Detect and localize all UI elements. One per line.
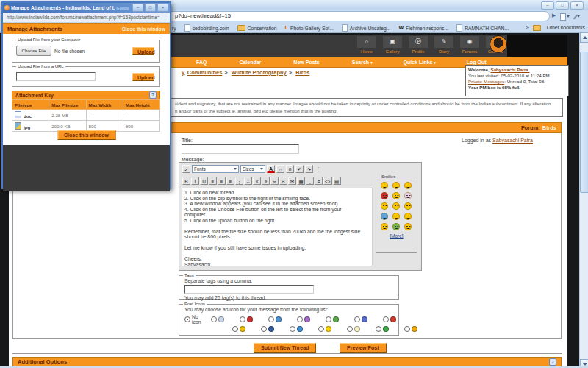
post-icon-radio[interactable]: [326, 316, 331, 322]
bookmark-item[interactable]: Conservation: [237, 25, 277, 31]
post-icon-smile-blue[interactable]: [268, 316, 282, 322]
upload-file-button[interactable]: Upload: [132, 47, 154, 55]
post-icon-radio[interactable]: [376, 326, 381, 332]
popup-titlebar[interactable]: Manage Attachments - Indiawilds: Land of…: [3, 3, 170, 13]
upload-url-input[interactable]: [16, 72, 96, 81]
post-icon-plus-green[interactable]: [376, 326, 389, 332]
smiley-icon[interactable]: [404, 192, 412, 199]
outdent-icon[interactable]: «: [253, 177, 261, 185]
post-icon-radio[interactable]: [211, 316, 217, 322]
message-textarea[interactable]: 1. Click on new thread. 2. Click on the …: [182, 188, 373, 266]
header-forums[interactable]: ◉ Forums: [460, 36, 479, 54]
font-color-icon[interactable]: A: [267, 165, 275, 173]
smiley-icon[interactable]: [392, 202, 400, 210]
breadcrumb-link[interactable]: Birds: [295, 69, 309, 76]
post-icon-radio[interactable]: [383, 316, 389, 322]
post-icon-question-red[interactable]: [240, 316, 253, 322]
html-icon[interactable]: <>: [323, 177, 332, 185]
preview-post-button[interactable]: Preview Post: [340, 343, 387, 353]
close-button[interactable]: ×: [570, 1, 584, 10]
insert-link-icon[interactable]: ∞: [270, 177, 279, 185]
address-url[interactable]: p?do=newthread&f=15: [175, 13, 231, 19]
page-menu-button[interactable]: [559, 12, 570, 21]
post-icon-radio[interactable]: [268, 316, 274, 322]
post-icon-arrow[interactable]: [211, 316, 224, 322]
align-left-icon[interactable]: ≡: [209, 177, 217, 185]
smiley-icon[interactable]: [381, 192, 388, 199]
post-icon-radio[interactable]: [404, 326, 410, 332]
post-icon-radio[interactable]: [290, 326, 295, 332]
smiley-icon[interactable]: [404, 202, 412, 210]
scrollbar-thumb[interactable]: [580, 52, 588, 193]
minimize-button[interactable]: –: [132, 4, 143, 12]
other-bookmarks-button[interactable]: Other bookmarks: [547, 25, 585, 30]
maximize-button[interactable]: □: [145, 4, 156, 12]
post-icon-cross-blue[interactable]: [354, 316, 368, 322]
post-icon-lightbulb[interactable]: [347, 326, 360, 332]
post-icon-radio[interactable]: [240, 316, 245, 322]
close-this-window-button[interactable]: Close this window: [57, 130, 115, 140]
page-scrollbar[interactable]: [579, 32, 588, 368]
post-icon-face-purple[interactable]: [297, 316, 310, 322]
post-icon-radio[interactable]: [354, 316, 360, 322]
insert-image-icon[interactable]: ▦: [297, 177, 305, 185]
smiley-icon[interactable]: [392, 213, 400, 220]
breadcrumb-link[interactable]: Communities: [187, 69, 223, 76]
bookmark-item[interactable]: Archive Uncateg...: [342, 24, 391, 32]
smiley-icon[interactable]: [392, 182, 400, 189]
wrench-menu-button[interactable]: [572, 12, 583, 21]
close-window-link[interactable]: Close this window: [122, 26, 165, 32]
fonts-dropdown[interactable]: Fonts: [192, 165, 239, 173]
unlink-icon[interactable]: ✂: [279, 177, 287, 185]
indent-icon[interactable]: »: [262, 177, 270, 185]
code-icon[interactable]: #: [315, 177, 323, 185]
align-right-icon[interactable]: ≡: [226, 177, 234, 185]
post-icon-exclaim-orange[interactable]: [404, 326, 417, 332]
align-center-icon[interactable]: ≡: [218, 177, 226, 185]
smiley-icon[interactable]: [381, 182, 388, 189]
logged-in-user-link[interactable]: Sabyasachi Patra: [492, 138, 533, 143]
username-link[interactable]: Sabyasachi Patra.: [491, 67, 530, 72]
header-home[interactable]: ⌂ Home: [357, 36, 376, 54]
private-messages-link[interactable]: Private Messages: [468, 79, 504, 84]
bookmark-label-partial[interactable]: ry: [172, 26, 176, 31]
close-button[interactable]: ×: [157, 4, 168, 12]
bold-icon[interactable]: B: [182, 177, 190, 185]
quote-icon[interactable]: „: [306, 177, 314, 185]
scroll-up-button[interactable]: [580, 32, 588, 43]
redo-icon[interactable]: ↷: [305, 165, 313, 173]
popup-address-bar[interactable]: http://www.indiawilds.com/forums/newatta…: [3, 13, 170, 23]
post-icon-radio[interactable]: [232, 326, 238, 332]
thread-title-input[interactable]: [182, 144, 299, 154]
smiley-icon[interactable]: [392, 223, 400, 230]
choose-file-button[interactable]: Choose File: [16, 46, 51, 56]
bookmarks-overflow-chevron[interactable]: »: [526, 24, 528, 31]
breadcrumb-link[interactable]: Wildlife Photography: [232, 69, 287, 76]
post-icon-face-blue[interactable]: [290, 326, 303, 332]
post-icon-warning-yellow[interactable]: [318, 326, 331, 332]
navbar-item[interactable]: New Posts: [293, 60, 320, 65]
smiley-icon[interactable]: [381, 213, 388, 220]
navbar-item[interactable]: Quick Links▾: [404, 60, 436, 65]
tags-input[interactable]: [184, 285, 314, 294]
bookmark-item[interactable]: cedobirding.com: [184, 24, 229, 32]
smiley-icon[interactable]: [381, 202, 388, 210]
header-diary[interactable]: ✎ Diary: [434, 36, 453, 54]
post-icon-radio[interactable]: [297, 316, 303, 322]
sizes-dropdown[interactable]: Sizes: [240, 165, 265, 173]
ordered-list-icon[interactable]: ⋮: [235, 177, 243, 185]
forum-name-link[interactable]: Birds: [542, 124, 556, 131]
navbar-item[interactable]: FAQ: [196, 60, 208, 65]
post-icon-radio[interactable]: [318, 326, 324, 332]
help-icon[interactable]: ?: [549, 358, 556, 366]
help-icon[interactable]: ?: [149, 91, 157, 99]
smilie-menu-icon[interactable]: ☺: [276, 165, 284, 173]
post-icon-radio[interactable]: [347, 326, 353, 332]
site-logo[interactable]: [490, 35, 507, 53]
undo-icon[interactable]: ↶: [295, 165, 304, 173]
insert-email-icon[interactable]: ✉: [288, 177, 296, 185]
bullet-list-icon[interactable]: ∴: [244, 177, 252, 185]
italic-icon[interactable]: I: [191, 177, 199, 185]
header-profile[interactable]: Ⓟ Profile: [409, 36, 428, 54]
spellcheck-icon[interactable]: ✓: [182, 165, 190, 173]
